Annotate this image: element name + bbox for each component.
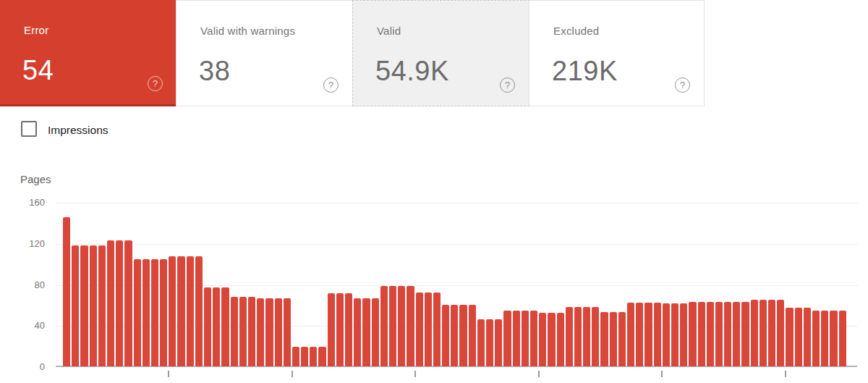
chart-bar[interactable] xyxy=(160,259,167,366)
chart-bar[interactable] xyxy=(221,287,229,366)
help-icon[interactable]: ? xyxy=(148,76,163,91)
card-valid[interactable]: Valid 54.9K ? xyxy=(352,0,529,106)
chart-bar[interactable] xyxy=(839,311,846,366)
chart-bar[interactable] xyxy=(284,298,291,366)
chart-bar[interactable] xyxy=(795,308,802,366)
chart-bar[interactable] xyxy=(786,308,793,366)
chart-bar[interactable] xyxy=(689,302,696,366)
help-icon[interactable]: ? xyxy=(675,77,690,93)
chart-bar[interactable] xyxy=(600,312,608,366)
chart-bar[interactable] xyxy=(124,240,132,367)
chart-bar[interactable] xyxy=(698,302,705,366)
chart-bar[interactable] xyxy=(592,307,599,366)
chart-bar[interactable] xyxy=(407,286,414,366)
chart-bar[interactable] xyxy=(477,319,485,366)
chart-bar[interactable] xyxy=(177,256,184,366)
chart-bar[interactable] xyxy=(195,256,203,366)
chart-bar[interactable] xyxy=(530,311,537,366)
chart-bar[interactable] xyxy=(486,319,493,366)
chart-bar[interactable] xyxy=(151,259,158,366)
chart-bar[interactable] xyxy=(354,298,361,366)
chart-bar[interactable] xyxy=(680,303,687,366)
chart-bar[interactable] xyxy=(398,286,405,366)
chart-bar[interactable] xyxy=(751,300,758,366)
chart-bar[interactable] xyxy=(116,240,123,367)
chart-bar[interactable] xyxy=(566,307,573,366)
chart-bar[interactable] xyxy=(654,303,661,366)
chart-bar[interactable] xyxy=(142,259,150,366)
chart-bar[interactable] xyxy=(310,347,317,366)
chart-bar[interactable] xyxy=(107,240,114,367)
chart-bar[interactable] xyxy=(318,347,326,366)
chart-bar[interactable] xyxy=(583,307,590,366)
chart-bar[interactable] xyxy=(362,298,370,366)
chart-bar[interactable] xyxy=(636,303,643,366)
chart-bar[interactable] xyxy=(187,256,194,366)
chart-bar[interactable] xyxy=(733,302,740,366)
chart-bar[interactable] xyxy=(416,292,423,366)
card-valid-with-warnings-value: 38 xyxy=(199,56,230,87)
chart-bar[interactable] xyxy=(777,300,784,366)
chart-bar[interactable] xyxy=(231,297,238,366)
chart-bar[interactable] xyxy=(442,305,449,366)
chart-bar[interactable] xyxy=(539,313,546,366)
chart-bar[interactable] xyxy=(548,313,555,366)
chart-bar[interactable] xyxy=(707,302,714,366)
chart-bar[interactable] xyxy=(80,245,88,366)
chart-bar[interactable] xyxy=(98,245,106,366)
chart-bar[interactable] xyxy=(380,286,388,366)
impressions-checkbox[interactable] xyxy=(21,121,37,137)
chart-bar[interactable] xyxy=(389,286,396,366)
chart-bar[interactable] xyxy=(336,293,344,366)
chart-bar[interactable] xyxy=(513,311,520,366)
chart-bar[interactable] xyxy=(724,302,731,366)
chart-bar[interactable] xyxy=(372,298,379,366)
chart-bar[interactable] xyxy=(90,245,97,366)
card-excluded[interactable]: Excluded 219K ? xyxy=(529,0,705,106)
chart-bar[interactable] xyxy=(627,303,634,366)
chart-bar[interactable] xyxy=(644,303,652,366)
chart-bar[interactable] xyxy=(134,259,141,366)
chart-bar[interactable] xyxy=(768,300,775,366)
chart-bar[interactable] xyxy=(72,245,79,366)
chart-bar[interactable] xyxy=(328,293,335,366)
chart-bar[interactable] xyxy=(741,302,749,366)
chart-bar[interactable] xyxy=(610,312,617,366)
chart-bar[interactable] xyxy=(812,311,820,366)
chart-bar[interactable] xyxy=(275,298,282,366)
card-valid-with-warnings[interactable]: Valid with warnings 38 ? xyxy=(176,0,353,106)
chart-bar[interactable] xyxy=(265,298,273,366)
chart-bar[interactable] xyxy=(715,302,723,366)
chart-bar[interactable] xyxy=(257,298,264,366)
chart-bar[interactable] xyxy=(169,256,176,366)
chart-bar[interactable] xyxy=(574,307,582,366)
help-icon[interactable]: ? xyxy=(323,77,339,93)
chart-bar[interactable] xyxy=(557,313,564,366)
chart-bar[interactable] xyxy=(63,217,70,366)
chart-bar[interactable] xyxy=(522,311,529,366)
chart-bar[interactable] xyxy=(301,347,308,366)
help-icon[interactable]: ? xyxy=(500,77,515,93)
chart-bar[interactable] xyxy=(459,305,467,366)
chart-bar[interactable] xyxy=(804,308,811,366)
chart-bar[interactable] xyxy=(239,297,247,366)
chart-bar[interactable] xyxy=(433,292,441,366)
chart-bar[interactable] xyxy=(671,303,678,366)
chart-bar[interactable] xyxy=(495,319,502,366)
card-error[interactable]: Error 54 ? xyxy=(0,0,176,106)
chart-bar[interactable] xyxy=(821,311,828,366)
chart-bar[interactable] xyxy=(292,347,299,366)
chart-bar[interactable] xyxy=(469,305,476,366)
chart-bar[interactable] xyxy=(248,297,255,366)
chart-bar[interactable] xyxy=(425,292,432,366)
chart-bar[interactable] xyxy=(451,305,458,366)
chart-bar[interactable] xyxy=(345,293,352,366)
chart-bar[interactable] xyxy=(663,303,670,366)
chart-bar[interactable] xyxy=(213,287,220,366)
card-valid-value: 54.9K xyxy=(375,56,449,87)
chart-bar[interactable] xyxy=(830,311,837,366)
chart-bar[interactable] xyxy=(503,311,511,366)
chart-bar[interactable] xyxy=(618,312,626,366)
chart-bar[interactable] xyxy=(760,300,767,366)
chart-bar[interactable] xyxy=(204,287,211,366)
